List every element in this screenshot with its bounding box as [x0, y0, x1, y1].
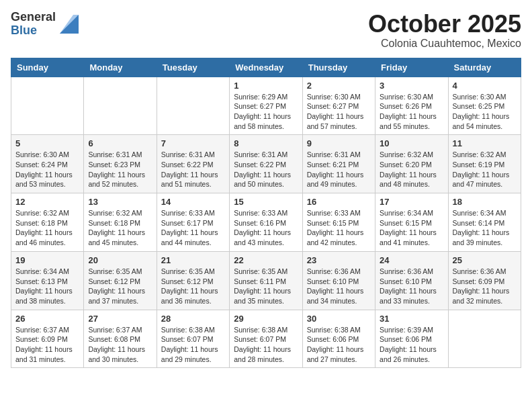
day-info: Sunrise: 6:35 AM Sunset: 6:11 PM Dayligh… [234, 267, 298, 306]
day-info: Sunrise: 6:33 AM Sunset: 6:15 PM Dayligh… [307, 208, 371, 248]
day-number: 1 [234, 81, 298, 91]
page-header: General Blue October 2025 Colonia Cuauht… [11, 11, 521, 50]
calendar-body: 1Sunrise: 6:29 AM Sunset: 6:27 PM Daylig… [11, 77, 521, 368]
day-number: 18 [453, 197, 517, 207]
day-number: 19 [15, 255, 79, 265]
day-number: 7 [161, 138, 225, 148]
day-info: Sunrise: 6:30 AM Sunset: 6:24 PM Dayligh… [15, 150, 79, 189]
day-info: Sunrise: 6:29 AM Sunset: 6:27 PM Dayligh… [234, 92, 298, 132]
calendar-week-5: 26Sunrise: 6:37 AM Sunset: 6:09 PM Dayli… [11, 310, 521, 368]
day-info: Sunrise: 6:38 AM Sunset: 6:07 PM Dayligh… [234, 325, 298, 365]
day-number: 8 [234, 138, 298, 148]
day-number: 26 [15, 314, 79, 324]
col-sunday: Sunday [11, 58, 84, 77]
day-info: Sunrise: 6:30 AM Sunset: 6:26 PM Dayligh… [380, 92, 443, 132]
day-number: 3 [380, 81, 443, 91]
calendar-cell: 11Sunrise: 6:32 AM Sunset: 6:19 PM Dayli… [448, 135, 521, 193]
calendar-cell: 29Sunrise: 6:38 AM Sunset: 6:07 PM Dayli… [230, 310, 302, 368]
calendar-cell: 17Sunrise: 6:34 AM Sunset: 6:15 PM Dayli… [375, 193, 448, 252]
day-info: Sunrise: 6:31 AM Sunset: 6:21 PM Dayligh… [307, 150, 371, 189]
logo-icon [60, 15, 79, 34]
calendar-cell: 20Sunrise: 6:35 AM Sunset: 6:12 PM Dayli… [84, 251, 157, 310]
calendar-cell [157, 77, 229, 135]
day-info: Sunrise: 6:34 AM Sunset: 6:15 PM Dayligh… [380, 208, 443, 248]
calendar-cell: 8Sunrise: 6:31 AM Sunset: 6:22 PM Daylig… [230, 135, 302, 193]
day-number: 10 [380, 138, 443, 148]
calendar-cell: 28Sunrise: 6:38 AM Sunset: 6:07 PM Dayli… [157, 310, 229, 368]
day-number: 31 [380, 314, 443, 324]
logo: General Blue [11, 11, 79, 38]
calendar-cell: 9Sunrise: 6:31 AM Sunset: 6:21 PM Daylig… [302, 135, 375, 193]
col-wednesday: Wednesday [230, 58, 302, 77]
calendar-cell: 4Sunrise: 6:30 AM Sunset: 6:25 PM Daylig… [448, 77, 521, 135]
month-title: October 2025 [368, 11, 521, 38]
calendar-week-1: 1Sunrise: 6:29 AM Sunset: 6:27 PM Daylig… [11, 77, 521, 135]
day-info: Sunrise: 6:31 AM Sunset: 6:22 PM Dayligh… [161, 150, 225, 189]
calendar-cell: 10Sunrise: 6:32 AM Sunset: 6:20 PM Dayli… [375, 135, 448, 193]
day-info: Sunrise: 6:30 AM Sunset: 6:25 PM Dayligh… [453, 92, 517, 132]
calendar-week-2: 5Sunrise: 6:30 AM Sunset: 6:24 PM Daylig… [11, 135, 521, 193]
col-thursday: Thursday [302, 58, 375, 77]
day-number: 9 [307, 138, 371, 148]
calendar-cell: 14Sunrise: 6:33 AM Sunset: 6:17 PM Dayli… [157, 193, 229, 252]
day-info: Sunrise: 6:36 AM Sunset: 6:10 PM Dayligh… [380, 267, 443, 306]
day-number: 6 [88, 138, 152, 148]
day-number: 13 [88, 197, 152, 207]
col-saturday: Saturday [448, 58, 521, 77]
day-number: 15 [234, 197, 298, 207]
day-number: 29 [234, 314, 298, 324]
calendar-header: Sunday Monday Tuesday Wednesday Thursday… [11, 58, 521, 77]
calendar-table: Sunday Monday Tuesday Wednesday Thursday… [11, 58, 521, 369]
day-number: 20 [88, 255, 152, 265]
day-info: Sunrise: 6:36 AM Sunset: 6:09 PM Dayligh… [453, 267, 517, 306]
day-number: 22 [234, 255, 298, 265]
day-info: Sunrise: 6:39 AM Sunset: 6:06 PM Dayligh… [380, 325, 443, 365]
day-number: 28 [161, 314, 225, 324]
day-info: Sunrise: 6:31 AM Sunset: 6:23 PM Dayligh… [88, 150, 152, 189]
calendar-cell: 27Sunrise: 6:37 AM Sunset: 6:08 PM Dayli… [84, 310, 157, 368]
day-number: 4 [453, 81, 517, 91]
calendar-cell: 7Sunrise: 6:31 AM Sunset: 6:22 PM Daylig… [157, 135, 229, 193]
day-info: Sunrise: 6:32 AM Sunset: 6:18 PM Dayligh… [88, 208, 152, 248]
day-number: 25 [453, 255, 517, 265]
day-info: Sunrise: 6:34 AM Sunset: 6:14 PM Dayligh… [453, 208, 517, 248]
day-number: 23 [307, 255, 371, 265]
day-number: 30 [307, 314, 371, 324]
day-info: Sunrise: 6:35 AM Sunset: 6:12 PM Dayligh… [88, 267, 152, 306]
calendar-cell: 19Sunrise: 6:34 AM Sunset: 6:13 PM Dayli… [11, 251, 84, 310]
day-number: 21 [161, 255, 225, 265]
calendar-cell [448, 310, 521, 368]
calendar-cell: 18Sunrise: 6:34 AM Sunset: 6:14 PM Dayli… [448, 193, 521, 252]
calendar-cell: 31Sunrise: 6:39 AM Sunset: 6:06 PM Dayli… [375, 310, 448, 368]
day-info: Sunrise: 6:37 AM Sunset: 6:09 PM Dayligh… [15, 325, 79, 365]
location: Colonia Cuauhtemoc, Mexico [368, 38, 521, 50]
calendar-week-3: 12Sunrise: 6:32 AM Sunset: 6:18 PM Dayli… [11, 193, 521, 252]
day-number: 12 [15, 197, 79, 207]
calendar-cell: 6Sunrise: 6:31 AM Sunset: 6:23 PM Daylig… [84, 135, 157, 193]
day-info: Sunrise: 6:32 AM Sunset: 6:18 PM Dayligh… [15, 208, 79, 248]
logo-blue-text: Blue [11, 24, 56, 38]
calendar-cell: 16Sunrise: 6:33 AM Sunset: 6:15 PM Dayli… [302, 193, 375, 252]
day-number: 14 [161, 197, 225, 207]
day-info: Sunrise: 6:37 AM Sunset: 6:08 PM Dayligh… [88, 325, 152, 365]
day-info: Sunrise: 6:32 AM Sunset: 6:20 PM Dayligh… [380, 150, 443, 189]
calendar-cell [11, 77, 84, 135]
svg-marker-1 [60, 15, 79, 34]
day-number: 17 [380, 197, 443, 207]
logo-general-text: General [11, 11, 56, 24]
calendar-cell: 12Sunrise: 6:32 AM Sunset: 6:18 PM Dayli… [11, 193, 84, 252]
col-tuesday: Tuesday [157, 58, 229, 77]
calendar-cell: 2Sunrise: 6:30 AM Sunset: 6:27 PM Daylig… [302, 77, 375, 135]
day-number: 11 [453, 138, 517, 148]
calendar-cell: 24Sunrise: 6:36 AM Sunset: 6:10 PM Dayli… [375, 251, 448, 310]
calendar-cell: 30Sunrise: 6:38 AM Sunset: 6:06 PM Dayli… [302, 310, 375, 368]
day-info: Sunrise: 6:33 AM Sunset: 6:17 PM Dayligh… [161, 208, 225, 248]
day-number: 27 [88, 314, 152, 324]
calendar-cell: 23Sunrise: 6:36 AM Sunset: 6:10 PM Dayli… [302, 251, 375, 310]
calendar-cell: 13Sunrise: 6:32 AM Sunset: 6:18 PM Dayli… [84, 193, 157, 252]
day-info: Sunrise: 6:30 AM Sunset: 6:27 PM Dayligh… [307, 92, 371, 132]
day-info: Sunrise: 6:33 AM Sunset: 6:16 PM Dayligh… [234, 208, 298, 248]
calendar-cell: 1Sunrise: 6:29 AM Sunset: 6:27 PM Daylig… [230, 77, 302, 135]
col-friday: Friday [375, 58, 448, 77]
day-info: Sunrise: 6:32 AM Sunset: 6:19 PM Dayligh… [453, 150, 517, 189]
